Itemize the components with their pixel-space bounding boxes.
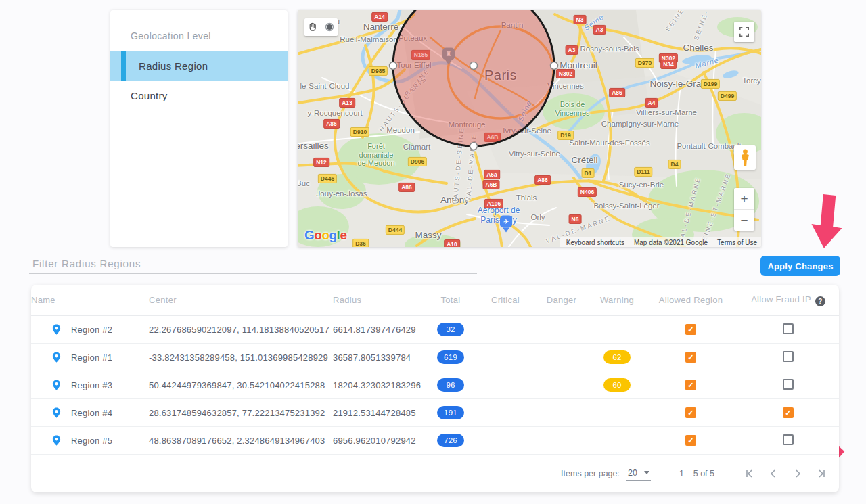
draw-circle-tool-button[interactable] bbox=[321, 18, 338, 36]
region-name: Region #5 bbox=[71, 436, 112, 446]
zoom-out-button[interactable]: − bbox=[734, 210, 754, 231]
geolocation-panel: Geolocation Level Radius RegionCountry bbox=[110, 10, 288, 247]
circle-handle-west[interactable] bbox=[390, 62, 397, 70]
column-header-name: Name bbox=[31, 295, 149, 305]
allowed-region-checkbox[interactable]: ✓ bbox=[685, 324, 696, 335]
warning-cell: 60 bbox=[590, 378, 644, 392]
location-pin-icon bbox=[51, 352, 62, 363]
radius-cell: 6956.962010792942 bbox=[333, 436, 424, 446]
column-header-label: Allowed Region bbox=[659, 295, 723, 305]
center-cell: 48.86387089176652, 2.3248649134967403 bbox=[149, 436, 333, 446]
column-header-label: Danger bbox=[547, 295, 576, 305]
circle-tool-icon bbox=[324, 22, 335, 32]
allowed-region-checkbox[interactable]: ✓ bbox=[685, 435, 696, 446]
circle-handle-south[interactable] bbox=[470, 143, 478, 150]
geo-level-item-radius-region[interactable]: Radius Region bbox=[110, 51, 288, 81]
geo-level-item-country[interactable]: Country bbox=[110, 81, 288, 110]
region-name-cell: Region #5 bbox=[31, 435, 149, 446]
radius-circle[interactable] bbox=[393, 10, 554, 146]
pagination-bar: Items per page: 20 1 – 5 of 5 bbox=[31, 455, 839, 492]
radius-circle-overlay[interactable] bbox=[298, 10, 761, 247]
google-logo-letter: o bbox=[314, 228, 321, 242]
circle-handle-center[interactable] bbox=[470, 62, 478, 70]
location-pin-icon bbox=[51, 324, 62, 335]
region-name: Region #1 bbox=[71, 352, 112, 363]
circle-handle-east[interactable] bbox=[551, 62, 558, 70]
column-header-warning: Warning bbox=[590, 295, 644, 305]
allowed-region-checkbox[interactable]: ✓ bbox=[685, 407, 696, 418]
table-header-row: NameCenterRadiusTotalCriticalDangerWarni… bbox=[31, 285, 839, 316]
fullscreen-button[interactable] bbox=[734, 22, 754, 42]
keyboard-shortcuts-link[interactable]: Keyboard shortcuts bbox=[566, 239, 624, 246]
filter-radius-regions-input[interactable]: Filter Radius Regions bbox=[32, 258, 141, 269]
column-header-label: Center bbox=[149, 295, 177, 305]
filter-input-underline bbox=[29, 273, 477, 274]
total-cell: 191 bbox=[424, 406, 478, 419]
previous-page-button[interactable] bbox=[769, 469, 778, 478]
column-header-allow-fraud-ip: Allow Fraud IP? bbox=[737, 294, 839, 306]
column-header-label: Total bbox=[441, 295, 461, 305]
google-logo: Google bbox=[304, 228, 346, 243]
region-name-cell: Region #1 bbox=[31, 352, 149, 363]
table-body: Region #222.267686590212097, 114.1813884… bbox=[31, 316, 839, 455]
table-row: Region #350.44244979369847, 30.542104022… bbox=[31, 371, 839, 399]
apply-changes-button[interactable]: Apply Changes bbox=[760, 256, 840, 276]
allowed-cell: ✓ bbox=[644, 435, 737, 446]
geo-level-item-label: Radius Region bbox=[139, 60, 208, 72]
allow-fraud-ip-checkbox[interactable] bbox=[783, 434, 794, 445]
allow-fraud-ip-checkbox[interactable]: ✓ bbox=[783, 407, 794, 418]
column-header-label: Allow Fraud IP bbox=[751, 294, 811, 304]
pan-tool-button[interactable] bbox=[304, 18, 321, 36]
google-logo-letter: G bbox=[304, 228, 314, 242]
table-row: Region #1-33.82431358289458, 151.0136998… bbox=[31, 344, 839, 371]
terms-of-use-link[interactable]: Terms of Use bbox=[717, 239, 757, 246]
region-name: Region #2 bbox=[71, 325, 112, 335]
annotation-arrow-apply bbox=[811, 193, 846, 254]
pegman-button[interactable] bbox=[734, 145, 756, 170]
allow-fraud-ip-checkbox[interactable] bbox=[783, 351, 794, 362]
region-name-cell: Region #2 bbox=[31, 324, 149, 335]
location-pin-icon bbox=[51, 435, 62, 446]
table-row: Region #222.267686590212097, 114.1813884… bbox=[31, 316, 839, 344]
column-header-critical: Critical bbox=[478, 295, 533, 305]
column-header-center: Center bbox=[149, 295, 333, 305]
pagination-nav bbox=[744, 469, 827, 478]
pagination-range: 1 – 5 of 5 bbox=[679, 469, 714, 478]
region-name-cell: Region #3 bbox=[31, 380, 149, 390]
map-data-label: Map data ©2021 Google bbox=[634, 239, 708, 246]
fullscreen-icon bbox=[739, 26, 750, 37]
region-name-cell: Region #4 bbox=[31, 407, 149, 418]
chevron-left-icon bbox=[769, 469, 778, 478]
map-draw-toolbar bbox=[304, 18, 338, 36]
column-header-label: Name bbox=[31, 295, 55, 305]
center-cell: -33.82431358289458, 151.01369985428929 bbox=[149, 352, 333, 363]
radius-cell: 6614.817397476429 bbox=[333, 325, 424, 335]
total-badge: 32 bbox=[437, 323, 464, 336]
allowed-region-checkbox[interactable]: ✓ bbox=[685, 352, 696, 363]
selected-indicator-bar bbox=[121, 51, 126, 81]
map-attribution: Keyboard shortcuts Map data ©2021 Google… bbox=[560, 237, 761, 247]
next-page-button[interactable] bbox=[793, 469, 802, 478]
total-cell: 726 bbox=[424, 434, 478, 447]
center-cell: 22.267686590212097, 114.18138840520517 bbox=[149, 325, 333, 335]
zoom-in-button[interactable]: + bbox=[734, 188, 754, 210]
allowed-region-checkbox[interactable]: ✓ bbox=[685, 380, 696, 390]
pegman-icon bbox=[740, 149, 750, 166]
total-badge: 191 bbox=[437, 406, 464, 419]
map-canvas[interactable]: atouNanterreRueil-MalmaisonPuteauxTour E… bbox=[298, 10, 761, 247]
first-page-button[interactable] bbox=[744, 469, 754, 478]
column-header-label: Warning bbox=[600, 295, 634, 305]
column-header-total: Total bbox=[424, 295, 478, 305]
help-icon[interactable]: ? bbox=[815, 296, 825, 306]
warning-cell: 62 bbox=[590, 350, 644, 364]
items-per-page-select[interactable]: 20 bbox=[626, 467, 651, 481]
radius-cell: 18204.323032183296 bbox=[333, 380, 424, 390]
geo-level-item-label: Country bbox=[131, 90, 168, 101]
allow-fraud-ip-checkbox[interactable] bbox=[783, 379, 794, 390]
google-logo-letter: e bbox=[340, 228, 346, 242]
radius-cell: 36587.8051339784 bbox=[333, 352, 424, 363]
fraud-cell bbox=[737, 351, 839, 364]
allow-fraud-ip-checkbox[interactable] bbox=[783, 323, 794, 334]
last-page-button[interactable] bbox=[817, 469, 827, 478]
column-header-label: Radius bbox=[333, 295, 361, 305]
